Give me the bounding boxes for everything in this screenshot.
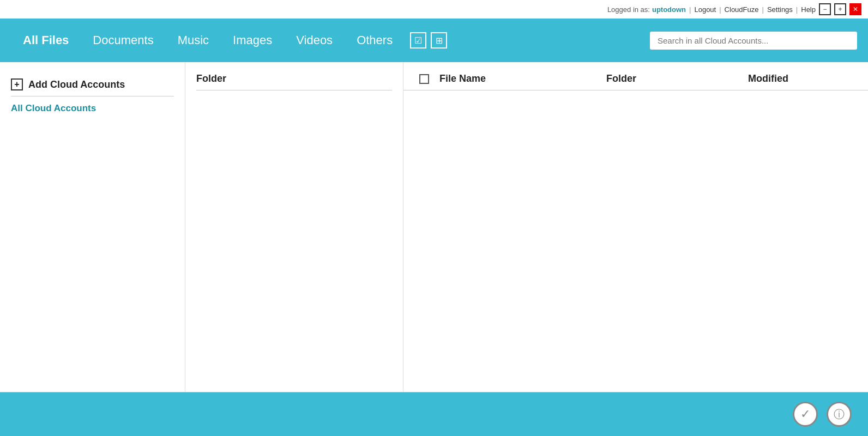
folder-column-header: Folder [606,73,748,84]
file-name-column-header: File Name [434,73,606,84]
check-icon: ✓ [800,407,810,421]
info-icon: ⓘ [834,407,845,422]
checkbox-icon[interactable] [419,74,429,84]
folder-panel: Folder [185,62,403,392]
file-panel: File Name Folder Modified [403,62,868,392]
maximize-button[interactable]: + [834,3,846,15]
add-cloud-label: Add Cloud Accounts [28,79,125,90]
logout-link[interactable]: Logout [694,5,716,14]
nav-bar: All Files Documents Music Images Videos … [0,19,868,62]
sidebar: + Add Cloud Accounts All Cloud Accounts [0,62,185,392]
nav-all-files[interactable]: All Files [11,19,81,62]
nav-images[interactable]: Images [221,19,284,62]
cloudfuze-link[interactable]: CloudFuze [725,5,759,14]
top-bar: Logged in as: uptodown | Logout | CloudF… [0,0,868,19]
sidebar-divider [11,96,174,96]
content-area: + Add Cloud Accounts All Cloud Accounts … [0,62,868,392]
select-icon-button[interactable]: ☑ [410,32,426,49]
modified-column-header: Modified [748,73,857,84]
nav-others[interactable]: Others [345,19,405,62]
add-cloud-accounts-button[interactable]: + Add Cloud Accounts [11,78,174,90]
bottom-bar: ✓ ⓘ [0,392,868,436]
panels: + Add Cloud Accounts All Cloud Accounts … [0,62,868,392]
help-link[interactable]: Help [801,5,816,14]
nav-videos[interactable]: Videos [284,19,345,62]
search-input[interactable] [650,32,857,50]
settings-link[interactable]: Settings [767,5,793,14]
nav-music[interactable]: Music [166,19,221,62]
select-all-checkbox[interactable] [414,74,434,84]
info-status-icon: ⓘ [827,402,852,427]
add-cloud-plus-icon: + [11,78,23,90]
file-table-header: File Name Folder Modified [403,62,868,90]
nav-icons: ☑ ⊞ [410,32,447,49]
check-status-icon: ✓ [793,402,818,427]
nav-documents[interactable]: Documents [81,19,165,62]
logged-in-label: Logged in as: [607,5,650,14]
close-button[interactable]: ✕ [849,3,861,15]
folder-panel-header: Folder [196,73,392,90]
all-cloud-accounts-link[interactable]: All Cloud Accounts [11,103,174,114]
minimize-button[interactable]: − [819,3,831,15]
add-icon-button[interactable]: ⊞ [431,32,447,49]
username-label: uptodown [652,5,686,14]
